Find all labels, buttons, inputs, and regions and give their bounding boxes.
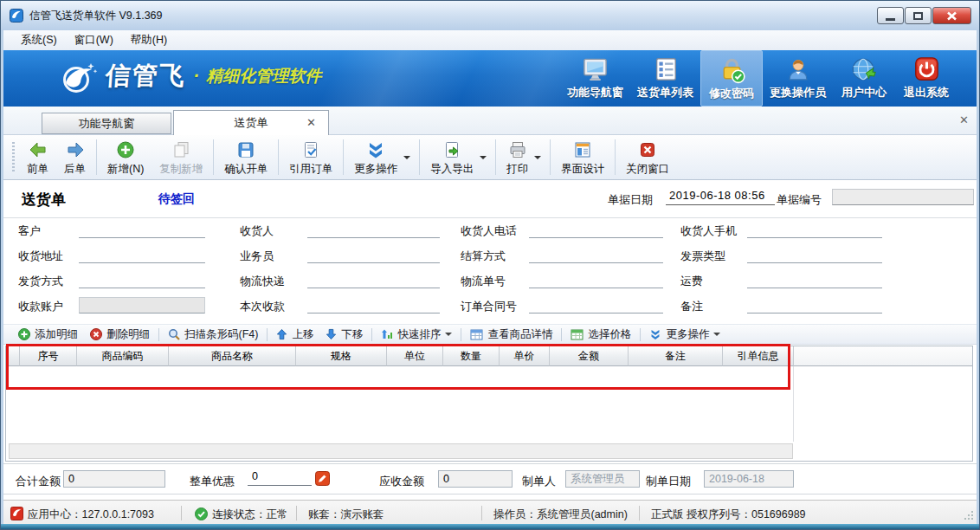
nav-function-window-button[interactable]: 功能导航窗 bbox=[560, 50, 630, 107]
grid-header-cell[interactable]: 单价 bbox=[500, 346, 550, 366]
make-date-label: 制单日期 bbox=[646, 474, 691, 489]
grid-header-filler bbox=[794, 346, 972, 366]
settlement-method-field[interactable] bbox=[529, 247, 663, 263]
nav-change-password-button[interactable]: 修改密码 bbox=[700, 50, 763, 107]
separator bbox=[561, 328, 562, 341]
edit-discount-button[interactable] bbox=[315, 471, 330, 486]
menu-window[interactable]: 窗口(W) bbox=[66, 30, 122, 50]
maximize-button[interactable] bbox=[905, 7, 932, 24]
print-button[interactable]: 打印 bbox=[499, 135, 536, 179]
grid-header-cell[interactable]: 金额 bbox=[550, 346, 629, 366]
field-label: 发票类型 bbox=[680, 249, 725, 264]
collection-account-field[interactable] bbox=[79, 297, 205, 313]
grid-header-cell[interactable]: 单位 bbox=[387, 346, 443, 366]
delete-detail-button[interactable]: 删除明细 bbox=[84, 327, 156, 342]
arrow-right-icon bbox=[66, 140, 85, 159]
grid-horizontal-scrollbar[interactable] bbox=[9, 443, 793, 459]
grid-header-cell[interactable]: 引单信息 bbox=[723, 346, 794, 366]
doc-date-label: 单据日期 bbox=[608, 192, 653, 208]
connection-ok-icon bbox=[195, 507, 208, 523]
dropdown-caret-icon[interactable] bbox=[480, 156, 487, 163]
dropdown-caret-icon[interactable] bbox=[534, 156, 541, 163]
ui-design-button[interactable]: 界面设计 bbox=[553, 135, 612, 179]
scan-barcode-button[interactable]: 扫描条形码(F4) bbox=[162, 327, 264, 342]
tabbar-close-icon[interactable]: ✕ bbox=[959, 113, 969, 126]
grid-header-cell[interactable]: 数量 bbox=[443, 346, 500, 366]
detail-more-actions-button[interactable]: 更多操作 bbox=[643, 327, 726, 342]
more-actions-button[interactable]: 更多操作 bbox=[346, 135, 405, 179]
tab-function-window[interactable]: 功能导航窗 bbox=[42, 113, 171, 134]
person-icon bbox=[784, 55, 812, 83]
order-discount-field[interactable]: 0 bbox=[248, 470, 312, 486]
remark-field[interactable] bbox=[747, 297, 882, 313]
table-green-icon bbox=[571, 329, 583, 340]
separator bbox=[640, 328, 641, 341]
tracking-number-field[interactable] bbox=[529, 272, 663, 288]
invoice-type-field[interactable] bbox=[747, 247, 882, 263]
select-price-button[interactable]: 选择价格 bbox=[564, 327, 637, 342]
dropdown-caret-icon[interactable] bbox=[403, 156, 410, 163]
tab-close-icon[interactable]: ✕ bbox=[306, 111, 316, 134]
nav-exit-button[interactable]: 退出系统 bbox=[895, 50, 957, 107]
app-center-icon bbox=[10, 507, 23, 523]
move-down-button[interactable]: 下移 bbox=[319, 327, 369, 342]
grid-header-cell[interactable]: 商品编码 bbox=[77, 346, 169, 366]
grid-header-row: 序号 商品编码 商品名称 规格 单位 数量 单价 金额 备注 引单信息 bbox=[6, 346, 972, 366]
resize-grip[interactable] bbox=[964, 510, 974, 523]
toolbar-drag-handle[interactable] bbox=[12, 142, 15, 172]
menu-help[interactable]: 帮助(H) bbox=[122, 30, 176, 50]
payment-now-field[interactable] bbox=[307, 297, 440, 313]
freight-field[interactable] bbox=[747, 272, 882, 288]
nav-action-label: 功能导航窗 bbox=[567, 85, 623, 100]
doc-date-field[interactable]: 2019-06-18 08:56 bbox=[666, 189, 775, 205]
field-label: 发货方式 bbox=[18, 274, 63, 289]
close-window-button[interactable]: 关闭窗口 bbox=[618, 135, 677, 179]
tab-delivery-order[interactable]: 送货单 ✕ bbox=[173, 110, 329, 135]
grid-header-cell[interactable]: 备注 bbox=[629, 346, 723, 366]
maker-field: 系统管理员 bbox=[565, 470, 640, 488]
salesman-field[interactable] bbox=[307, 247, 440, 263]
status-account-set: 账套：演示账套 bbox=[308, 507, 384, 522]
shipping-method-field[interactable] bbox=[79, 272, 205, 288]
nav-switch-operator-button[interactable]: 更换操作员 bbox=[763, 50, 833, 107]
prev-order-button[interactable]: 前单 bbox=[19, 135, 56, 179]
status-operator: 操作员：系统管理员(admin) bbox=[493, 507, 628, 522]
next-order-button[interactable]: 后单 bbox=[56, 135, 93, 179]
dropdown-caret-icon bbox=[713, 333, 720, 339]
button-label: 确认开单 bbox=[224, 162, 268, 177]
view-product-detail-button[interactable]: 查看商品详情 bbox=[464, 327, 558, 342]
monitor-icon bbox=[581, 55, 609, 83]
minimize-button[interactable] bbox=[877, 7, 904, 24]
copy-new-button: 复制新增 bbox=[152, 135, 210, 179]
add-detail-button[interactable]: 添加明细 bbox=[12, 327, 84, 342]
nav-user-center-button[interactable]: 用户中心 bbox=[833, 50, 895, 107]
customer-field[interactable] bbox=[79, 222, 205, 238]
delivery-address-field[interactable] bbox=[79, 247, 205, 263]
grid-header-cell[interactable]: 商品名称 bbox=[169, 346, 296, 366]
quick-sort-button[interactable]: 快速排序 bbox=[375, 327, 458, 342]
receiver-phone-field[interactable] bbox=[529, 222, 663, 238]
receiver-mobile-field[interactable] bbox=[747, 222, 882, 238]
separator bbox=[278, 139, 279, 175]
new-order-button[interactable]: 新增(N) bbox=[100, 135, 152, 179]
receiver-field[interactable] bbox=[307, 222, 440, 238]
doc-number-field[interactable] bbox=[832, 189, 974, 205]
grid-header-cell[interactable]: 序号 bbox=[20, 346, 77, 366]
menu-system[interactable]: 系统(S) bbox=[12, 30, 66, 50]
printer-icon bbox=[508, 140, 527, 159]
field-label: 客户 bbox=[18, 223, 41, 239]
separator bbox=[495, 139, 496, 175]
order-contract-field[interactable] bbox=[529, 297, 663, 313]
make-date-field: 2019-06-18 bbox=[704, 470, 794, 488]
layout-design-icon bbox=[573, 140, 592, 159]
logistics-express-field[interactable] bbox=[307, 272, 440, 288]
move-up-button[interactable]: 上移 bbox=[270, 327, 319, 342]
quote-order-button[interactable]: 引用订单 bbox=[281, 135, 340, 179]
nav-delivery-list-button[interactable]: 送货单列表 bbox=[630, 50, 700, 107]
confirm-order-button[interactable]: 确认开单 bbox=[216, 135, 275, 179]
button-label: 添加明细 bbox=[35, 327, 78, 342]
grid-header-cell[interactable]: 规格 bbox=[296, 346, 387, 366]
close-button[interactable] bbox=[932, 7, 971, 24]
doc-number-label: 单据编号 bbox=[777, 192, 822, 208]
import-export-button[interactable]: 导入导出 bbox=[422, 135, 481, 179]
